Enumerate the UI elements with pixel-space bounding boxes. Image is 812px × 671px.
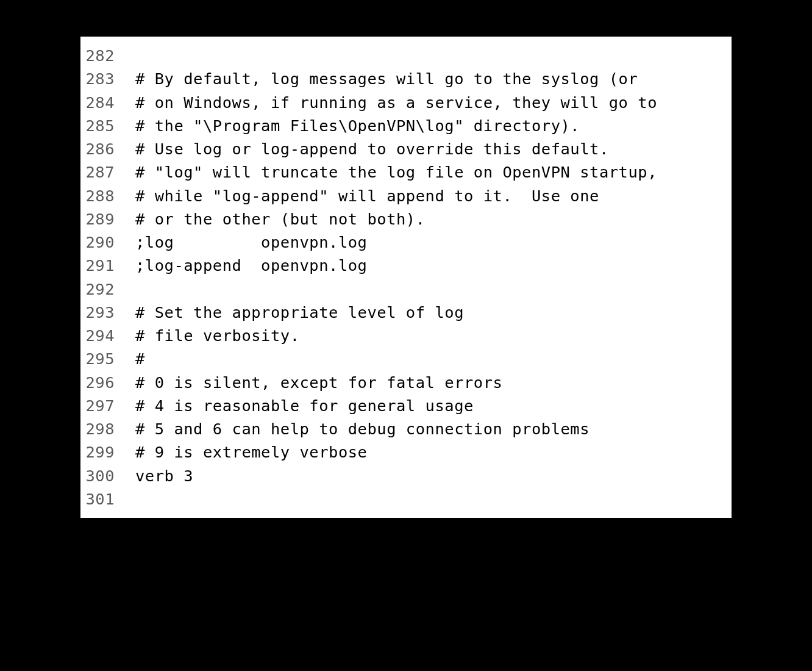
line-content: verb 3 [135,464,732,487]
code-line[interactable]: 285 # the "\Program Files\OpenVPN\log" d… [80,114,732,137]
code-line[interactable]: 297 # 4 is reasonable for general usage [80,394,732,417]
line-content: # file verbosity. [135,324,732,347]
code-line[interactable]: 282 [80,44,732,67]
line-content: # By default, log messages will go to th… [135,67,732,90]
code-line[interactable]: 298 # 5 and 6 can help to debug connecti… [80,417,732,440]
line-content: # on Windows, if running as a service, t… [135,91,732,114]
code-line[interactable]: 289 # or the other (but not both). [80,207,732,231]
line-content: # [135,347,732,370]
code-line[interactable]: 299 # 9 is extremely verbose [80,440,732,464]
line-content: # or the other (but not both). [135,207,732,231]
line-number: 282 [80,44,135,67]
code-line[interactable]: 292 [80,278,732,301]
line-content: # the "\Program Files\OpenVPN\log" direc… [135,114,732,137]
line-content: # Use log or log-append to override this… [135,137,732,160]
line-content: # while "log-append" will append to it. … [135,184,732,207]
code-line[interactable]: 290 ;log openvpn.log [80,231,732,254]
code-line[interactable]: 301 [80,487,732,511]
code-line[interactable]: 286 # Use log or log-append to override … [80,137,732,160]
line-number: 289 [80,207,135,231]
code-line[interactable]: 288 # while "log-append" will append to … [80,184,732,207]
line-content: # 0 is silent, except for fatal errors [135,371,732,394]
line-content: ;log openvpn.log [135,231,732,254]
line-number: 284 [80,91,135,114]
code-line[interactable]: 284 # on Windows, if running as a servic… [80,91,732,114]
line-content: ;log-append openvpn.log [135,254,732,277]
line-number: 293 [80,301,135,324]
code-line[interactable]: 287 # "log" will truncate the log file o… [80,160,732,184]
code-line[interactable]: 291 ;log-append openvpn.log [80,254,732,277]
line-content: # 5 and 6 can help to debug connection p… [135,417,732,440]
line-number: 292 [80,278,135,301]
code-line[interactable]: 294 # file verbosity. [80,324,732,347]
code-editor[interactable]: 282 283 # By default, log messages will … [80,37,732,518]
code-line[interactable]: 283 # By default, log messages will go t… [80,67,732,90]
line-number: 294 [80,324,135,347]
line-number: 301 [80,487,135,511]
code-line[interactable]: 293 # Set the appropriate level of log [80,301,732,324]
line-content: # Set the appropriate level of log [135,301,732,324]
code-line[interactable]: 296 # 0 is silent, except for fatal erro… [80,371,732,394]
line-number: 295 [80,347,135,370]
line-number: 299 [80,440,135,464]
line-number: 291 [80,254,135,277]
line-number: 297 [80,394,135,417]
line-number: 290 [80,231,135,254]
line-number: 298 [80,417,135,440]
line-number: 286 [80,137,135,160]
line-number: 287 [80,160,135,184]
code-line[interactable]: 300 verb 3 [80,464,732,487]
line-number: 288 [80,184,135,207]
line-content: # "log" will truncate the log file on Op… [135,160,732,184]
line-number: 300 [80,464,135,487]
line-content: # 9 is extremely verbose [135,440,732,464]
code-line[interactable]: 295 # [80,347,732,370]
line-content: # 4 is reasonable for general usage [135,394,732,417]
line-number: 285 [80,114,135,137]
line-number: 296 [80,371,135,394]
line-number: 283 [80,67,135,90]
